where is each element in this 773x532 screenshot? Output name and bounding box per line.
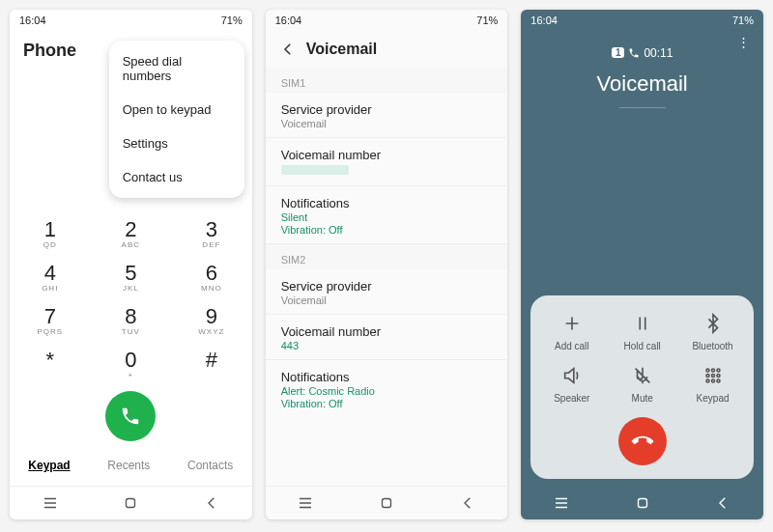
key-4[interactable]: 4GHI [21, 261, 79, 293]
voicemail-settings-screen: 16:04 71% Voicemail SIM1 Service provide… [266, 10, 508, 519]
key-7[interactable]: 7PQRS [21, 304, 79, 336]
menu-settings[interactable]: Settings [109, 126, 244, 160]
nav-back-icon[interactable] [714, 494, 731, 512]
keypad: 1QD 2ABC 3DEF 4GHI 5JKL 6MNO 7PQRS 8TUV … [10, 208, 252, 486]
tab-contacts[interactable]: Contacts [187, 459, 233, 472]
nav-home-icon[interactable] [122, 494, 139, 512]
status-bar: 16:04 71% [521, 10, 763, 31]
overflow-menu: Speed dial numbers Open to keypad Settin… [109, 41, 244, 198]
sim2-header: SIM2 [266, 244, 508, 269]
more-icon[interactable]: ⋮ [737, 35, 750, 49]
clock: 16:04 [19, 14, 46, 26]
nav-recents-icon[interactable] [297, 494, 314, 512]
sim1-header: SIM1 [266, 68, 508, 93]
svg-point-8 [706, 379, 709, 382]
hold-call-button[interactable]: Hold call [612, 313, 673, 351]
nav-back-icon[interactable] [203, 494, 220, 512]
sim2-voicemail-number[interactable]: Voicemail number443 [266, 315, 508, 360]
status-bar: 16:04 71% [266, 10, 508, 31]
menu-contact-us[interactable]: Contact us [109, 160, 244, 194]
key-9[interactable]: 9WXYZ [183, 304, 241, 336]
call-timer: 00:11 [644, 46, 673, 60]
speaker-button[interactable]: Speaker [541, 365, 603, 404]
sim1-voicemail-number[interactable]: Voicemail number [266, 138, 508, 186]
svg-point-2 [706, 369, 709, 372]
svg-point-3 [711, 369, 714, 372]
nav-bar [10, 486, 252, 519]
clock: 16:04 [530, 14, 558, 26]
nav-home-icon[interactable] [634, 494, 651, 512]
sim2-service-provider[interactable]: Service providerVoicemail [266, 269, 508, 315]
svg-rect-11 [638, 499, 646, 508]
phone-icon [628, 47, 640, 59]
nav-recents-icon[interactable] [553, 494, 570, 512]
caller-name: Voicemail [521, 71, 763, 97]
status-icons: 71% [732, 14, 754, 26]
end-call-button[interactable] [618, 417, 667, 465]
clock: 16:04 [275, 14, 302, 26]
bluetooth-button[interactable]: Bluetooth [682, 313, 744, 351]
key-8[interactable]: 8TUV [101, 304, 159, 336]
phone-app-screen: 16:04 71% Phone Speed dial numbers Open … [10, 10, 252, 519]
menu-speed-dial[interactable]: Speed dial numbers [109, 44, 244, 93]
key-0[interactable]: 0+ [101, 348, 159, 379]
svg-point-4 [717, 369, 720, 372]
key-6[interactable]: 6MNO [183, 261, 241, 293]
tab-keypad[interactable]: Keypad [28, 459, 70, 472]
nav-home-icon[interactable] [378, 494, 395, 512]
svg-point-5 [706, 375, 709, 378]
sim1-service-provider[interactable]: Service providerVoicemail [266, 93, 508, 138]
page-title: Voicemail [306, 41, 378, 58]
status-icons: 71% [476, 14, 498, 26]
back-icon[interactable] [279, 41, 297, 58]
hangup-icon [627, 426, 657, 456]
in-call-screen: 16:04 71% ⋮ 1 00:11 Voicemail ———— Add c… [521, 10, 763, 519]
svg-point-6 [711, 375, 714, 378]
keypad-button[interactable]: Keypad [682, 365, 744, 404]
tab-recents[interactable]: Recents [107, 459, 150, 472]
svg-rect-1 [382, 499, 390, 508]
redacted-number [281, 165, 349, 175]
nav-bar [521, 487, 763, 519]
bottom-tabs: Keypad Recents Contacts [10, 453, 252, 480]
svg-rect-0 [127, 499, 135, 508]
add-call-button[interactable]: Add call [541, 313, 603, 351]
key-3[interactable]: 3DEF [183, 217, 241, 249]
sim1-notifications[interactable]: NotificationsSilentVibration: Off [266, 186, 508, 244]
header: Voicemail [266, 31, 508, 68]
menu-open-keypad[interactable]: Open to keypad [109, 93, 244, 126]
app-title: Phone [23, 41, 76, 61]
dial-button[interactable] [105, 391, 156, 441]
call-info: ⋮ 1 00:11 Voicemail ———— [521, 31, 763, 114]
call-actions-panel: Add call Hold call Bluetooth Speaker Mut… [530, 295, 754, 479]
status-bar: 16:04 71% [10, 10, 252, 31]
key-5[interactable]: 5JKL [101, 261, 159, 293]
svg-point-9 [711, 379, 714, 382]
key-hash[interactable]: # [183, 348, 241, 379]
nav-back-icon[interactable] [459, 494, 476, 512]
svg-point-7 [717, 375, 720, 378]
sim-indicator: 1 00:11 [612, 46, 673, 60]
svg-point-10 [717, 379, 720, 382]
sim2-notifications[interactable]: NotificationsAlert: Cosmic RadioVibratio… [266, 360, 508, 417]
nav-recents-icon[interactable] [42, 494, 59, 512]
status-icons: 71% [221, 14, 243, 26]
key-star[interactable]: * [21, 348, 79, 379]
mute-button[interactable]: Mute [612, 365, 673, 404]
caller-number-redacted: ———— [521, 100, 763, 114]
nav-bar [266, 486, 508, 519]
phone-icon [120, 406, 141, 427]
key-2[interactable]: 2ABC [101, 217, 159, 249]
key-1[interactable]: 1QD [21, 217, 79, 249]
